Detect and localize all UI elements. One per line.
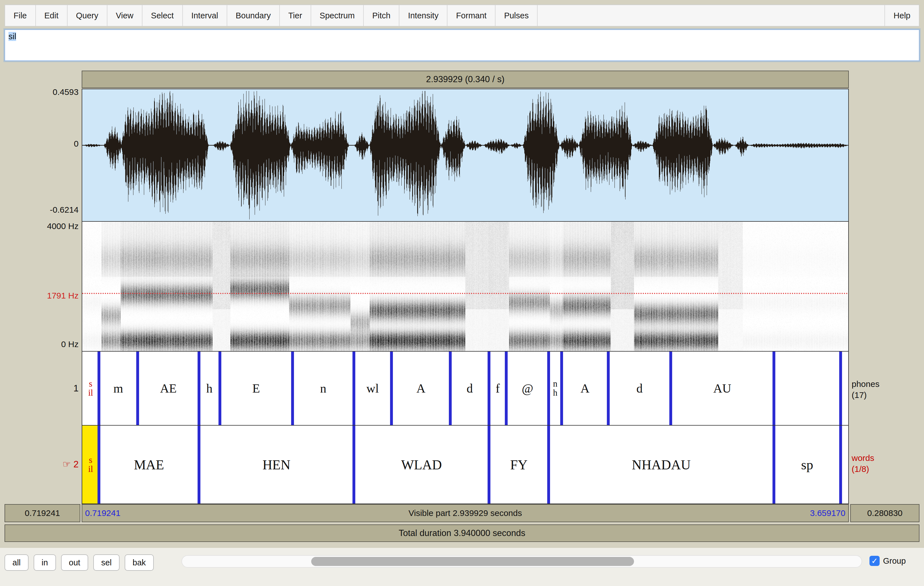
total-duration-label: Total duration 3.940000 seconds [399,528,525,538]
tier-words[interactable]: silMAEHENWLADFYNHADAUsp [82,426,849,504]
boundary-marker[interactable] [772,426,776,504]
boundary-marker[interactable] [839,426,842,504]
interval-A[interactable]: A [391,352,450,425]
interval-AE[interactable]: AE [138,352,199,425]
boundary-marker[interactable] [136,352,139,425]
boundary-marker[interactable] [97,352,100,425]
interval-sil[interactable]: sil [82,426,99,504]
right-margin-time: 0.280830 [867,508,903,518]
interval-empty[interactable] [774,352,841,425]
interval-@[interactable]: @ [506,352,549,425]
interval-FY[interactable]: FY [489,426,549,504]
interval-f[interactable]: f [489,352,506,425]
visible-part-bar[interactable]: 0.719241 Visible part 2.939929 seconds 3… [82,504,849,522]
scrollbar-thumb[interactable] [311,557,634,566]
interval-sp[interactable]: sp [774,426,841,504]
zoom-in-button[interactable]: in [34,555,56,571]
interval-wl[interactable]: wl [354,352,391,425]
boundary-marker[interactable] [505,352,508,425]
menu-tier[interactable]: Tier [280,5,311,26]
boundary-marker[interactable] [390,352,393,425]
praat-textgrid-editor-window: FileEditQueryViewSelectIntervalBoundaryT… [0,0,924,586]
menu-file[interactable]: File [5,5,36,26]
group-label: Group [883,556,906,566]
zoom-out-button[interactable]: out [61,555,88,571]
visible-part-label: Visible part 2.939929 seconds [82,508,848,518]
waveform-display[interactable] [82,89,848,221]
boundary-marker[interactable] [560,352,563,425]
tier-name-words[interactable]: words (1/8) [851,453,874,474]
tier-name-phones[interactable]: phones (17) [851,379,879,400]
spectrogram-cursor-label[interactable]: 1791 Hz [2,291,79,301]
spectrogram-panel[interactable] [82,222,849,352]
waveform-zero-label: 0 [2,139,79,148]
menu-help[interactable]: Help [884,5,919,26]
interval-n[interactable]: n [292,352,354,425]
spectrogram-top-label: 4000 Hz [2,221,79,231]
boundary-marker[interactable] [607,352,610,425]
menu-interval[interactable]: Interval [183,5,227,26]
waveform-max-label: 0.4593 [2,87,79,97]
boundary-marker[interactable] [198,426,200,504]
interval-MAE[interactable]: MAE [99,426,199,504]
boundary-marker[interactable] [97,426,100,504]
interval-d[interactable]: d [608,352,671,425]
total-duration-bar[interactable]: Total duration 3.940000 seconds [5,524,919,542]
menu-pitch[interactable]: Pitch [364,5,399,26]
menu-boundary[interactable]: Boundary [227,5,280,26]
boundary-marker[interactable] [547,426,550,504]
tier-number-phones[interactable]: 1 [2,383,79,394]
interval-AU[interactable]: AU [671,352,774,425]
interval-WLAD[interactable]: WLAD [354,426,489,504]
interval-nh[interactable]: nh [549,352,562,425]
boundary-marker[interactable] [669,352,672,425]
spectrogram-display[interactable] [82,222,848,351]
boundary-marker[interactable] [449,352,452,425]
zoom-bak-button[interactable]: bak [125,555,154,571]
interval-NHADAU[interactable]: NHADAU [549,426,774,504]
visible-window-ruler[interactable]: 2.939929 (0.340 / s) [82,71,849,88]
spectrogram-bottom-label: 0 Hz [2,339,79,349]
interval-A[interactable]: A [562,352,608,425]
interval-text-field[interactable]: sil [5,30,919,61]
boundary-marker[interactable] [488,426,490,504]
group-checkbox[interactable]: ✓ [870,556,879,566]
selected-tier-pointer-icon: ☞ [63,459,71,469]
visible-window-duration: 2.939929 (0.340 / s) [426,74,504,84]
menu-edit[interactable]: Edit [36,5,68,26]
menu-spectrum[interactable]: Spectrum [311,5,364,26]
zoom-all-button[interactable]: all [5,555,28,571]
spectrogram-frequency-cursor[interactable] [82,293,848,294]
tier-count-phones: (17) [851,389,879,400]
menu-query[interactable]: Query [68,5,107,26]
boundary-marker[interactable] [488,352,490,425]
window-end-time: 3.659170 [810,508,845,518]
menu-view[interactable]: View [107,5,142,26]
menu-intensity[interactable]: Intensity [399,5,447,26]
boundary-marker[interactable] [772,352,776,425]
boundary-marker[interactable] [291,352,294,425]
boundary-marker[interactable] [198,352,200,425]
text-selection: sil [8,32,16,41]
interval-h[interactable]: h [199,352,220,425]
interval-HEN[interactable]: HEN [199,426,354,504]
interval-m[interactable]: m [99,352,138,425]
horizontal-scrollbar[interactable] [182,555,862,568]
menu-pulses[interactable]: Pulses [495,5,538,26]
boundary-marker[interactable] [353,352,355,425]
interval-E[interactable]: E [220,352,292,425]
tier-phones[interactable]: silmAEhEnwlAdf@nhAdAU [82,352,849,426]
menu-select[interactable]: Select [142,5,183,26]
boundary-marker[interactable] [353,426,355,504]
tier-number-words[interactable]: ☞ 2 [2,459,79,470]
boundary-marker[interactable] [218,352,221,425]
zoom-sel-button[interactable]: sel [93,555,120,571]
boundary-marker[interactable] [839,352,842,425]
right-margin-button[interactable]: 0.280830 [850,504,919,522]
left-margin-button[interactable]: 0.719241 [5,504,80,522]
waveform-panel[interactable] [82,89,849,222]
menu-formant[interactable]: Formant [447,5,495,26]
boundary-marker[interactable] [547,352,550,425]
interval-sil[interactable]: sil [82,352,99,425]
interval-d[interactable]: d [450,352,489,425]
